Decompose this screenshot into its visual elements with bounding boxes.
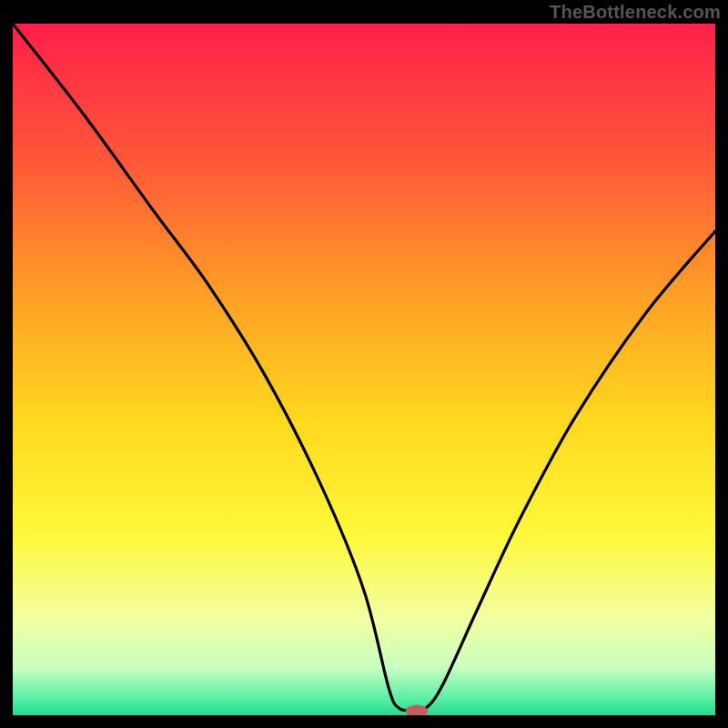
chart-frame: TheBottleneck.com [0, 0, 728, 728]
gradient-background [13, 24, 715, 715]
watermark-text: TheBottleneck.com [550, 2, 721, 23]
plot-area [13, 24, 715, 715]
bottleneck-chart [13, 24, 715, 715]
